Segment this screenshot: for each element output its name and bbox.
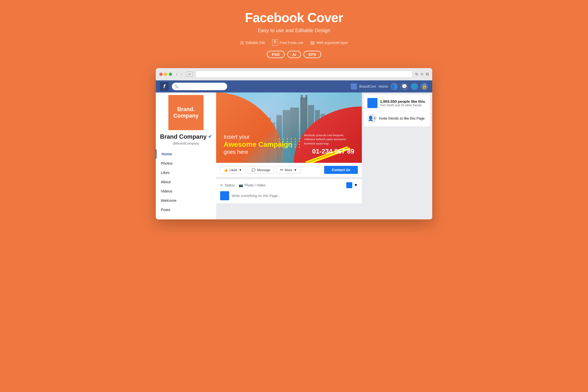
post-color-btn[interactable] [346,182,352,188]
fb-search-bar[interactable]: 🔍 [172,83,227,90]
message-icon: 💬 [252,168,256,172]
fb-nav-menu: Home Photos Likes About Videos Welcome P… [156,149,216,214]
liked-dropdown-icon: ▼ [239,168,242,172]
sidebar-item-welcome[interactable]: Welcome [156,196,216,205]
badge-eps: EPS [304,51,321,58]
cover-desc-text: Aesthetic polaroid cred bespoke, chillwa… [304,133,354,146]
feature-editable-label: Editable File [246,41,265,45]
sidebar-item-likes[interactable]: Likes [156,168,216,177]
likes-friends: Tom Smith and 20 other friends [380,104,427,107]
sidebar-item-photos[interactable]: Photos [156,159,216,168]
dot-yellow[interactable] [164,73,167,76]
fb-home-label[interactable]: Home [379,84,388,88]
fb-navbar: f 🔍 BrandCom Home 👥 💬 🌐 🔒 [156,80,432,92]
profile-picture: Brand. Company [168,95,204,130]
pencil-icon: ✏ [220,183,223,187]
badges-row: PSD Ai EPS [240,51,348,58]
fb-likes-box: 1,955.550 people like this Tom Smith and… [364,94,430,126]
fb-messages-icon[interactable]: 💬 [401,83,408,90]
browser-window: ‹ › ⊞ ↻ ⎋ ⧉ f 🔍 BrandCom Home 👥 💬 🌐 🔒 [156,68,432,219]
cover-photo: Insert your Awesome Campaign goes here A… [216,92,362,163]
browser-chrome: ‹ › ⊞ ↻ ⎋ ⧉ [156,68,432,80]
page-subtitle: Easy to use and Editable Design [240,28,348,33]
contact-us-button[interactable]: Contact Us [324,166,358,174]
status-tab[interactable]: ✏ Status [220,183,235,187]
fb-lock-icon[interactable]: 🔒 [421,83,428,90]
fb-main: Insert your Awesome Campaign goes here A… [216,92,362,219]
dot-red[interactable] [159,73,163,76]
cover-campaign-text: Awesome Campaign [224,140,292,149]
profile-handle: @BrandCompany [156,141,216,145]
cover-phone-text: 01-234 567 89 [304,148,354,155]
browser-actions: ↻ ⎋ ⧉ [415,72,429,77]
sidebar-item-posts[interactable]: Posts [156,205,216,214]
tab-icon: ⊞ [186,71,193,77]
fonts-icon: T [272,39,278,46]
browser-nav: ‹ › [175,71,183,77]
post-input-area [220,191,358,200]
forward-button[interactable]: › [179,71,183,77]
liked-button[interactable]: 👍 Liked ▼ [220,166,246,174]
more-dropdown-icon: ▼ [294,168,297,172]
verified-badge: ✔ [208,134,212,140]
badge-ai: Ai [287,51,301,58]
back-button[interactable]: ‹ [175,71,178,77]
post-tabs: ✏ Status 📷 Photo / Video ▼ [220,182,358,188]
likes-divider [367,111,427,111]
profile-name: Brand Company ✔ [160,133,212,140]
badge-psd: PSD [267,51,285,58]
editable-icon: ⚖ [240,40,244,45]
photo-video-tab[interactable]: 📷 Photo / Video [239,183,266,187]
features-row: ⚖ Editable File T Free Fonts use ▤ Well … [240,39,348,46]
feature-layers-label: Well organized layer [316,41,348,45]
cover-insert-text: Insert your [224,134,292,140]
post-area: ✏ Status 📷 Photo / Video ▼ [216,179,362,203]
fb-right-panel: 1,955.550 people like this Tom Smith and… [362,92,432,219]
sidebar-item-about[interactable]: About [156,177,216,186]
invite-icon: 👤+ [367,114,376,123]
fb-friends-icon[interactable]: 👥 [390,83,398,90]
post-dropdown-icon: ▼ [354,183,358,187]
likes-avatar [367,98,377,108]
cover-content-left: Insert your Awesome Campaign goes here [224,134,292,155]
feature-fonts: T Free Fonts use [272,39,303,46]
layers-icon: ▤ [310,40,315,45]
reload-button[interactable]: ↻ [415,72,418,77]
post-input[interactable] [232,194,358,198]
cover-goes-text: goes here [224,149,292,155]
sidebar-item-home[interactable]: Home [156,149,216,159]
sidebar-item-videos[interactable]: Videos [156,186,216,196]
fb-logo: f [160,82,169,91]
fb-nav-right: BrandCom Home 👥 💬 🌐 🔒 [351,83,428,90]
likes-header: 1,955.550 people like this Tom Smith and… [367,98,427,108]
address-bar[interactable] [195,71,413,78]
likes-count: 1,955.550 people like this [380,99,427,104]
feature-fonts-label: Free Fonts use [280,41,303,45]
share-button[interactable]: ⎋ [421,72,423,76]
browser-dots [159,73,172,76]
header-section: Facebook Cover Easy to use and Editable … [240,10,348,58]
page-title: Facebook Cover [240,10,348,25]
fb-action-left: 👍 Liked ▼ 💬 Message ••• More ▼ [220,166,324,174]
message-button[interactable]: 💬 Message [248,166,274,174]
cover-content-right: Aesthetic polaroid cred bespoke, chillwa… [304,133,354,156]
more-dots-icon: ••• [280,168,283,172]
feature-layers: ▤ Well organized layer [310,40,348,45]
new-tab-button[interactable]: ⧉ [426,72,429,76]
fb-sidebar: Brand. Company Brand Company ✔ @BrandCom… [156,92,216,219]
invite-text[interactable]: Invite friends to like this Page [379,116,425,120]
svg-rect-8 [305,95,307,100]
fb-globe-icon[interactable]: 🌐 [411,83,418,90]
camera-icon: 📷 [239,183,243,187]
post-avatar [220,191,229,200]
search-icon: 🔍 [174,85,178,88]
fb-brand-label: BrandCom [359,84,376,88]
fb-brand-box [351,83,357,89]
profile-name-text: Brand Company [160,133,207,140]
likes-info: 1,955.550 people like this Tom Smith and… [380,99,427,107]
feature-editable: ⚖ Editable File [240,40,265,45]
dot-green[interactable] [169,73,172,76]
more-button[interactable]: ••• More ▼ [276,166,301,174]
fb-action-bar: 👍 Liked ▼ 💬 Message ••• More ▼ Contact U… [216,163,362,177]
profile-pic-text: Brand. Company [173,106,199,119]
